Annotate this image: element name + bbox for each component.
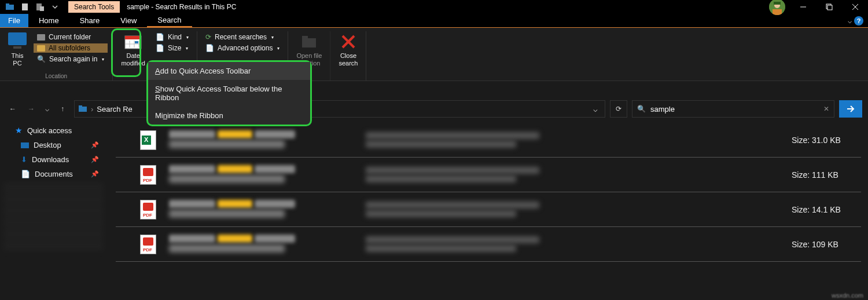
qat-properties-icon[interactable] [35,2,45,12]
ribbon-close-search-label: Close search [339,52,358,67]
close-icon [339,32,358,51]
excel-icon [139,129,157,152]
ribbon-recent-searches[interactable]: ⟳Recent searches▾ [202,32,283,42]
breadcrumb-text: Search Re [97,105,132,114]
search-results-list: Size: 31.0 KBSize: 111 KBSize: 14.1 KBSi… [116,123,861,288]
ribbon-all-subfolders[interactable]: All subfolders [34,43,108,53]
breadcrumb-dropdown-icon[interactable]: ⌵ [590,105,601,114]
close-button[interactable] [842,0,868,14]
result-row[interactable]: Size: 31.0 KB [116,123,861,158]
context-menu: Add to Quick Access Toolbar Show Quick A… [146,60,312,126]
ribbon-advanced-options-label: Advanced options [218,44,273,52]
ribbon-size[interactable]: 📄Size▾ [152,43,192,53]
pdf-icon [139,198,157,221]
history-icon: ⟳ [205,33,211,41]
user-avatar-icon[interactable] [769,0,785,15]
ribbon-search-again-in-label: Search again in [49,55,97,63]
maximize-button[interactable] [816,0,842,14]
minimize-button[interactable] [790,0,816,14]
window-controls [769,0,868,15]
monitor-icon [8,32,27,51]
ribbon-close-search[interactable]: Close search [330,31,366,81]
result-path-blurred [366,235,568,254]
ribbon-size-label: Size [168,44,181,52]
ribbon-kind-label: Kind [168,33,182,41]
result-row[interactable]: Size: 14.1 KB [116,192,861,227]
menu-share[interactable]: Share [69,14,111,27]
sidebar-documents[interactable]: 📄Documents📌 [0,167,107,181]
pin-icon: 📌 [91,156,99,163]
sidebar-desktop-label: Desktop [34,141,61,149]
sidebar-blurred-items [0,182,107,251]
search-input[interactable] [650,105,819,114]
clear-search-icon[interactable]: ✕ [823,105,829,113]
ribbon-advanced-options[interactable]: 📄Advanced options▾ [202,43,283,53]
result-row[interactable]: Size: 109 KB [116,227,861,262]
menu-search[interactable]: Search [147,16,192,24]
document-icon: 📄 [156,33,164,41]
svg-rect-1 [6,3,9,5]
nav-back-button[interactable]: ← [6,102,20,116]
qat-dropdown-icon[interactable] [50,2,60,12]
svg-rect-20 [135,41,138,43]
ribbon-group-location: This PC Current folder All subfolders 🔍S… [0,31,113,81]
search-box[interactable]: 🔍 ✕ [632,100,834,118]
ribbon-current-folder[interactable]: Current folder [34,32,108,42]
ribbon: This PC Current folder All subfolders 🔍S… [0,28,868,81]
menu-view[interactable]: View [110,14,147,27]
menu-home[interactable]: Home [28,14,69,27]
desktop-icon [21,142,29,148]
pdf-icon [139,163,157,186]
sidebar-downloads-label: Downloads [32,155,69,164]
nav-forward-button[interactable]: → [24,102,38,116]
star-icon: ★ [15,126,23,135]
context-menu-show-qat-below[interactable]: Show Quick Access Toolbar below the Ribb… [148,80,310,107]
address-bar-row: ← → ⌵ ↑ › Search Re ⌵ ⟳ 🔍 ✕ [0,98,868,119]
sidebar-quick-access[interactable]: ★Quick access [0,123,107,138]
ribbon-recent-searches-label: Recent searches [215,33,267,41]
ribbon-date-modified[interactable]: Date modified [117,31,149,68]
result-size: Size: 14.1 KB [792,205,861,214]
result-row[interactable]: Size: 111 KB [116,158,861,192]
result-filename-blurred [169,200,354,219]
pin-icon: 📌 [91,170,99,178]
search-tools-tab-label: Search Tools [68,1,120,13]
ribbon-all-subfolders-label: All subfolders [49,44,90,52]
result-size: Size: 31.0 KB [792,136,861,145]
search-icon: 🔍 [37,55,46,63]
svg-rect-25 [79,107,87,112]
nav-up-button[interactable]: ↑ [56,102,69,116]
result-path-blurred [366,200,568,219]
window-title: sample - Search Results in This PC [127,3,236,11]
sidebar-desktop[interactable]: Desktop📌 [0,138,107,152]
result-filename-blurred [169,165,354,185]
menu-file[interactable]: File [0,14,28,27]
sidebar-quick-access-label: Quick access [27,126,72,135]
context-menu-minimize-ribbon[interactable]: Minimize the Ribbon [148,107,310,125]
qat-folder-icon[interactable] [5,2,15,12]
folder-icon [37,45,45,52]
nav-recent-dropdown[interactable]: ⌵ [43,102,51,116]
ribbon-date-modified-label: Date modified [121,52,145,67]
ribbon-group-location-label: Location [45,73,67,79]
refresh-button[interactable]: ⟳ [610,100,627,118]
result-size: Size: 111 KB [792,170,861,180]
folder-open-icon [300,32,318,51]
folder-icon [37,34,45,41]
watermark: wsxdn.com [832,292,863,299]
title-bar: Search Tools sample - Search Results in … [0,0,868,14]
search-go-button[interactable] [839,100,862,118]
svg-rect-15 [125,36,141,39]
result-size: Size: 109 KB [792,240,861,249]
help-icon[interactable]: ? [854,16,863,25]
ribbon-this-pc-label: This PC [12,52,24,67]
ribbon-this-pc[interactable]: This PC [5,31,30,68]
context-menu-add-to-qat[interactable]: Add to Quick Access Toolbar [148,62,310,80]
svg-rect-21 [302,38,316,47]
ribbon-collapse-chevron-icon[interactable]: ⌵ [848,17,852,25]
ribbon-search-again-in[interactable]: 🔍Search again in▾ [34,54,108,64]
qat-paste-icon[interactable] [20,2,30,12]
sidebar-downloads[interactable]: ⬇Downloads📌 [0,152,107,167]
navigation-pane: ★Quick access Desktop📌 ⬇Downloads📌 📄Docu… [0,123,107,288]
ribbon-kind[interactable]: 📄Kind▾ [152,32,192,42]
